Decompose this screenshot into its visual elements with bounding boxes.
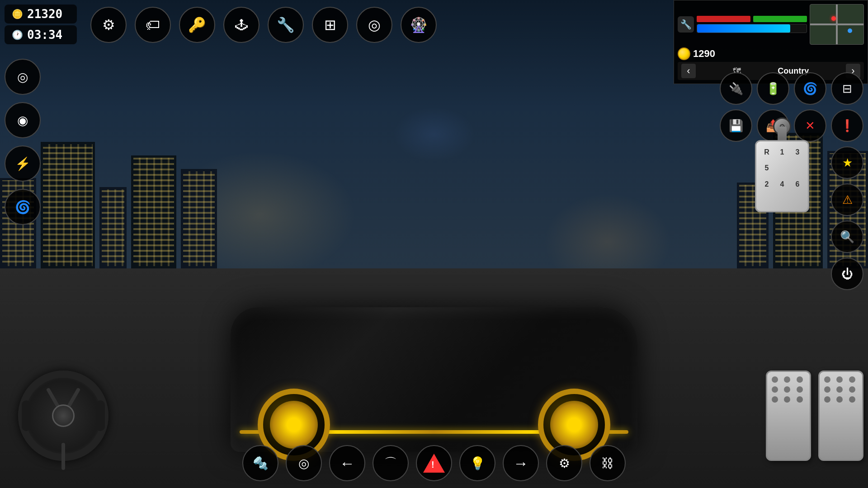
brake-disc-button[interactable]: ◎	[286, 445, 322, 481]
gas-dots	[824, 376, 858, 403]
hud-coins-row: 1290	[678, 47, 864, 60]
timer-value: 03:34	[27, 28, 62, 42]
dot	[849, 376, 855, 383]
lights-button[interactable]: 💡	[459, 445, 495, 481]
gear-R: R	[760, 145, 774, 160]
engine-button[interactable]: ⚙	[546, 445, 582, 481]
turbo-button[interactable]: 🌀	[5, 189, 41, 225]
tire-button[interactable]: ◉	[5, 102, 41, 138]
top-left-stats: 🪙 21320 🕐 03:34	[5, 5, 77, 44]
left-side-buttons: ◎ ◉ ⚡ 🌀	[5, 54, 41, 225]
dot	[824, 396, 830, 403]
coins-value: 21320	[27, 7, 62, 21]
status-bar-green	[753, 16, 807, 22]
car-display	[90, 181, 778, 452]
gear-box: R 1 3 5 2 4 6	[755, 140, 809, 212]
battery-button[interactable]: 🔋	[757, 72, 789, 105]
dot	[797, 386, 803, 393]
timer-row: 🕐 03:34	[5, 25, 77, 44]
status-bars	[697, 16, 807, 22]
speedometer-button[interactable]: ◎	[5, 59, 41, 95]
right-row-5: 🔍	[720, 221, 863, 253]
gear-sep1	[775, 161, 789, 176]
arrow-right-button[interactable]: →	[503, 445, 539, 481]
steering-wheel[interactable]	[18, 371, 108, 461]
gear-4: 4	[775, 177, 789, 192]
dot	[797, 396, 803, 403]
gearstick-button[interactable]: 🕹	[223, 7, 259, 43]
wiper-button[interactable]: ⌒	[373, 445, 409, 481]
dot	[784, 376, 790, 383]
coolant-button[interactable]: ⊟	[831, 72, 863, 105]
gear-2: 2	[760, 177, 774, 192]
fan-button[interactable]: 🌀	[794, 72, 826, 105]
settings-button[interactable]: ⚙	[90, 7, 127, 43]
gas-pedal[interactable]	[818, 371, 863, 461]
dot	[849, 386, 855, 393]
wheel-button[interactable]: 🎡	[401, 7, 437, 43]
dot	[824, 376, 830, 383]
close-button[interactable]: ✕	[794, 109, 826, 142]
hazard-triangle	[423, 454, 445, 473]
top-toolbar: ⚙ 🏷 🔑 🕹 🔧 ⊞ ◎ 🎡	[90, 7, 437, 43]
arrow-left-button[interactable]: ←	[329, 445, 365, 481]
hud-top-row: 🔧	[678, 4, 864, 45]
gear-6: 6	[791, 177, 804, 192]
fuel-bar	[697, 24, 790, 33]
right-row-6: ⏻	[720, 258, 863, 290]
spark-plug-button[interactable]: ⚡	[5, 145, 41, 182]
nav-prev-button[interactable]: ‹	[681, 64, 696, 78]
search-button[interactable]: 🔍	[831, 221, 863, 253]
wheel-grip-left	[22, 400, 31, 431]
hazard-button[interactable]	[416, 445, 452, 481]
hud-wrench-button[interactable]: 🔧	[678, 16, 694, 33]
chain-button[interactable]: ⛓	[590, 445, 626, 481]
warning-button[interactable]: ⚠	[831, 183, 863, 216]
turbo-b-button[interactable]: 🔩	[242, 445, 278, 481]
car-body	[231, 271, 637, 452]
power-button[interactable]: ⏻	[831, 258, 863, 290]
brake-dots	[772, 376, 805, 403]
coin-icon: 🪙	[11, 8, 24, 20]
wheel-center	[52, 404, 75, 427]
key-button[interactable]: 🔑	[179, 7, 215, 43]
dot	[797, 376, 803, 383]
wheel-outer[interactable]	[18, 371, 108, 461]
brake-pedal[interactable]	[766, 371, 811, 461]
gear-shift[interactable]: ⚙ R 1 3 5 2 4 6	[755, 140, 809, 212]
wheel-grip-right	[96, 400, 105, 431]
dot	[772, 376, 778, 383]
spark-plug-r-button[interactable]: 🔌	[720, 72, 752, 105]
wheel-spoke-3	[61, 443, 65, 470]
right-row-2: 💾 📤 ✕ ❗	[720, 109, 863, 142]
minimap-destination	[848, 28, 852, 33]
profile-button[interactable]: 🏷	[135, 7, 171, 43]
gear-5: 5	[760, 161, 774, 176]
gear-1: 1	[775, 145, 789, 160]
pedals	[766, 371, 863, 461]
dot	[849, 396, 855, 403]
save-button[interactable]: 💾	[720, 109, 752, 142]
minimap-roads	[810, 5, 863, 44]
status-bar-red	[697, 16, 750, 22]
top-right-panel: 🔧 1290 ‹ 🗺 Cou	[674, 0, 868, 84]
wheel-rim-left	[270, 401, 318, 449]
fuel-bar-container	[697, 24, 807, 33]
bottom-toolbar: 🔩 ◎ ← ⌒ 💡 → ⚙ ⛓	[242, 445, 626, 481]
dot	[836, 396, 843, 403]
coins-row: 🪙 21320	[5, 5, 77, 23]
star-button[interactable]: ★	[831, 146, 863, 179]
dot	[772, 396, 778, 403]
map-coins-value: 1290	[693, 48, 715, 60]
minimap[interactable]	[810, 4, 864, 45]
map-coin-icon	[678, 47, 690, 60]
tire-front-button[interactable]: ◎	[356, 7, 392, 43]
dot	[836, 386, 843, 393]
wrench-button[interactable]: 🔧	[268, 7, 304, 43]
alert-button[interactable]: ❗	[831, 109, 863, 142]
dot	[836, 376, 843, 383]
gear-sep2	[791, 161, 804, 176]
transmission-button[interactable]: ⊞	[312, 7, 348, 43]
dot	[784, 396, 790, 403]
dot	[824, 386, 830, 393]
